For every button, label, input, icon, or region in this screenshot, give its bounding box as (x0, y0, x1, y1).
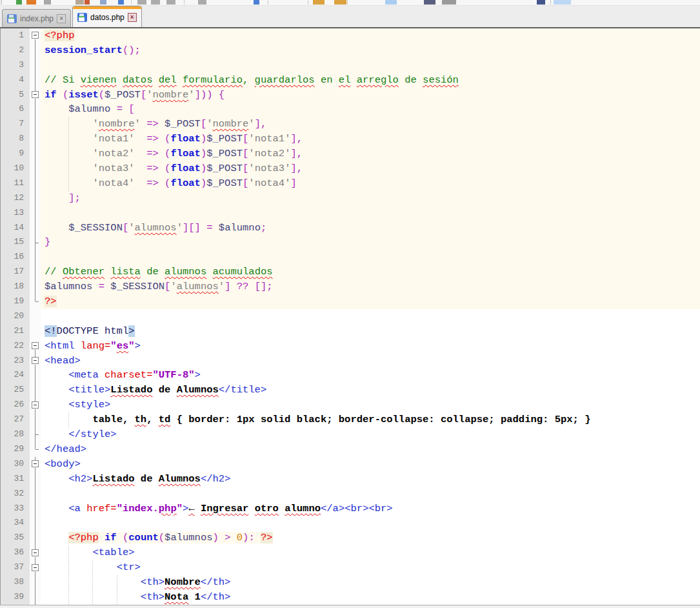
code-text[interactable] (41, 487, 700, 502)
code-text[interactable]: // Si vienen datos del formulario, guard… (41, 73, 700, 88)
toolbar-icon-fragment[interactable] (198, 0, 206, 5)
toolbar-icon-fragment[interactable] (137, 0, 146, 5)
code-text[interactable]: <?php if (count($alumnos) > 0): ?> (41, 531, 700, 545)
tab-index-php[interactable]: index.php × (2, 9, 71, 27)
fold-collapse-icon[interactable] (32, 549, 39, 556)
code-text[interactable]: 'nota3' => (float)$_POST['nota3'], (41, 161, 700, 176)
code-text[interactable]: <html lang="es"> (41, 339, 700, 354)
indent-guide (68, 147, 69, 161)
fold-line (35, 590, 35, 605)
toolbar-icon-fragment[interactable] (75, 0, 84, 5)
toolbar-icon-fragment[interactable] (550, 0, 551, 5)
code-text[interactable]: </head> (41, 442, 700, 457)
toolbar-icon-fragment[interactable] (1, 0, 2, 5)
code-text[interactable]: $_SESSION['alumnos'][] = $alumno; (41, 221, 700, 236)
code-text[interactable]: 'nota2' => (float)$_POST['nota2'], (41, 147, 700, 161)
toolbar-icon-fragment[interactable] (385, 0, 397, 5)
toolbar-icon-fragment[interactable] (100, 0, 106, 5)
toolbar-icon-fragment[interactable] (184, 0, 185, 5)
fold-margin (30, 43, 41, 58)
code-text[interactable]: session_start(); (41, 43, 700, 58)
toolbar-icon-fragment[interactable] (554, 0, 571, 5)
code-text[interactable]: <th>Nombre</th> (41, 575, 700, 590)
code-text[interactable]: $alumno = [ (41, 102, 700, 117)
code-text[interactable]: <title>Listado de Alumnos</title> (41, 383, 700, 398)
code-text[interactable]: <th>Nota 1</th> (41, 590, 700, 605)
code-text[interactable]: <tr> (41, 560, 700, 575)
code-editor[interactable]: 1<?php2session_start();34// Si vienen da… (0, 28, 700, 605)
toolbar-icon-fragment[interactable] (308, 0, 308, 5)
fold-margin[interactable] (30, 28, 41, 43)
code-line: 37 <tr> (1, 560, 700, 575)
fold-margin[interactable] (30, 339, 41, 354)
fold-margin[interactable] (30, 457, 41, 472)
code-text[interactable]: 'nombre' => $_POST['nombre'], (41, 117, 700, 132)
horizontal-scrollbar[interactable] (0, 605, 700, 608)
toolbar-icon-fragment[interactable] (131, 0, 132, 5)
fold-collapse-icon[interactable] (32, 401, 39, 409)
fold-margin (30, 161, 41, 176)
fold-line (35, 487, 35, 502)
code-text[interactable]: <table> (41, 545, 700, 560)
fold-margin[interactable] (30, 545, 41, 560)
indent-guide (68, 161, 69, 176)
code-text[interactable]: <h2>Listado de Alumnos</h2> (41, 472, 700, 487)
fold-collapse-icon[interactable] (32, 32, 39, 39)
fold-margin[interactable] (30, 560, 41, 575)
fold-collapse-icon[interactable] (32, 342, 39, 349)
code-text[interactable]: <head> (41, 354, 700, 369)
toolbar-icon-fragment[interactable] (347, 0, 348, 5)
code-text[interactable]: 'nota4' => (float)$_POST['nota4'] (41, 176, 700, 191)
code-text[interactable] (41, 206, 700, 221)
code-text[interactable]: $alumnos = $_SESSION['alumnos'] ?? []; (41, 279, 700, 294)
tab-datos-php[interactable]: datos.php × (72, 6, 142, 27)
fold-collapse-icon[interactable] (32, 564, 39, 571)
close-icon[interactable]: × (57, 14, 66, 23)
code-text[interactable]: // Obtener lista de alumnos acumulados (41, 265, 700, 279)
code-text[interactable] (41, 250, 700, 265)
toolbar-icon-fragment[interactable] (442, 0, 456, 5)
toolbar-icon-fragment[interactable] (313, 0, 325, 5)
toolbar-icon-fragment[interactable] (118, 0, 124, 5)
code-line: 17// Obtener lista de alumnos acumulados (1, 265, 700, 279)
code-text[interactable]: ]; (41, 191, 700, 206)
fold-collapse-icon[interactable] (32, 460, 39, 467)
close-icon[interactable]: × (128, 13, 137, 22)
line-number: 36 (1, 545, 30, 560)
fold-collapse-icon[interactable] (32, 91, 39, 98)
code-text[interactable]: table, th, td { border: 1px solid black;… (41, 412, 700, 427)
toolbar-icon-fragment[interactable] (254, 0, 259, 5)
fold-margin[interactable] (30, 88, 41, 103)
code-text[interactable] (41, 58, 700, 73)
toolbar-icon-fragment[interactable] (268, 0, 268, 5)
toolbar-icon-fragment[interactable] (26, 0, 36, 5)
line-number: 29 (1, 442, 30, 457)
line-number: 1 (1, 28, 30, 43)
code-line: 29</head> (1, 442, 700, 457)
toolbar-icon-fragment[interactable] (16, 0, 22, 5)
toolbar-icon-fragment[interactable] (85, 0, 90, 5)
code-text[interactable]: <body> (41, 457, 700, 472)
code-text[interactable]: <?php (41, 28, 700, 43)
code-text[interactable]: <meta charset="UTF-8"> (41, 368, 700, 383)
fold-collapse-icon[interactable] (32, 357, 39, 364)
code-line: 22<html lang="es"> (1, 339, 700, 354)
code-text[interactable]: <a href="index.php">← Ingresar otro alum… (41, 502, 700, 516)
toolbar-icon-fragment[interactable] (44, 0, 51, 5)
code-text[interactable]: <style> (41, 398, 700, 412)
toolbar-icon-fragment[interactable] (151, 0, 160, 5)
fold-margin[interactable] (30, 398, 41, 412)
toolbar-icon-fragment[interactable] (537, 0, 545, 5)
code-text[interactable] (41, 309, 700, 324)
code-text[interactable]: ?> (41, 294, 700, 309)
fold-margin[interactable] (30, 354, 41, 369)
code-text[interactable]: <!DOCTYPE html> (41, 324, 700, 339)
code-text[interactable]: if (isset($_POST['nombre'])) { (41, 88, 700, 103)
code-text[interactable]: </style> (41, 427, 700, 442)
toolbar-icon-fragment[interactable] (424, 0, 435, 5)
code-text[interactable]: 'nota1' => (float)$_POST['nota1'], (41, 132, 700, 147)
code-text[interactable]: } (41, 235, 700, 250)
code-text[interactable] (41, 516, 700, 531)
toolbar-icon-fragment[interactable] (166, 0, 175, 5)
toolbar-icon-fragment[interactable] (334, 0, 346, 5)
